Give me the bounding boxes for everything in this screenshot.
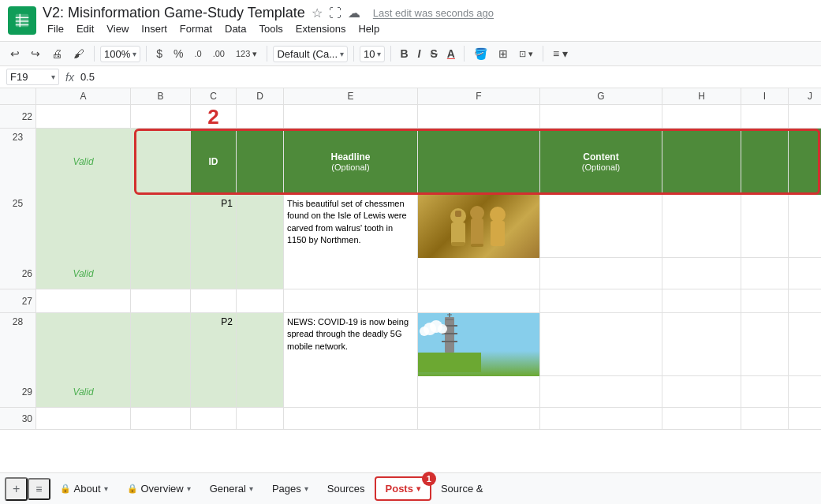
cell-d22[interactable]: 2 (191, 105, 237, 128)
cell-k30[interactable] (789, 408, 821, 429)
paint-format-button[interactable]: 🖌 (69, 45, 88, 62)
cell-i30[interactable] (662, 408, 741, 429)
cell-e22[interactable] (237, 105, 284, 128)
decimal-more-button[interactable]: .00 (209, 47, 229, 61)
cell-f28[interactable]: NEWS: COVID-19 is now being spread throu… (284, 313, 418, 376)
tab-overview[interactable]: 🔒 Overview ▾ (118, 478, 200, 499)
move-icon[interactable]: ⛶ (329, 6, 341, 21)
font-select[interactable]: Default (Ca... ▾ (273, 46, 348, 62)
cell-d28[interactable]: P2 (191, 313, 237, 376)
strikethrough-button[interactable]: S (427, 46, 440, 62)
cell-c30[interactable] (131, 408, 191, 429)
cell-j28[interactable] (741, 313, 789, 376)
tab-posts[interactable]: Posts ▾ 1 (375, 476, 431, 501)
cell-j29[interactable] (741, 376, 789, 407)
cell-g28-image[interactable] (418, 313, 540, 376)
sheet-menu-button[interactable]: ≡ (28, 478, 50, 500)
cell-k28[interactable] (789, 313, 821, 376)
tab-sources[interactable]: Sources (318, 478, 375, 499)
menu-edit[interactable]: Edit (72, 21, 99, 36)
align-button[interactable]: ≡ ▾ (549, 45, 572, 62)
tab-source-p[interactable]: Source & (431, 478, 492, 499)
menu-tools[interactable]: Tools (254, 21, 287, 36)
cell-e23[interactable] (237, 129, 284, 195)
currency-button[interactable]: $ (152, 45, 166, 62)
cell-j23[interactable] (741, 129, 789, 195)
menu-data[interactable]: Data (220, 21, 251, 36)
font-size-select[interactable]: 10 ▾ (360, 46, 385, 62)
borders-button[interactable]: ⊞ (494, 45, 512, 62)
fill-color-button[interactable]: 🪣 (470, 45, 491, 62)
cell-b30[interactable] (36, 408, 131, 429)
menu-format[interactable]: Format (175, 21, 217, 36)
doc-title[interactable]: V2: Misinformation Game-Study Template (43, 5, 305, 21)
cell-reference[interactable]: F19 (10, 71, 50, 83)
cell-d29[interactable] (191, 376, 237, 407)
cell-c29[interactable] (131, 376, 191, 407)
cell-g26[interactable] (418, 258, 540, 289)
cell-e25[interactable] (237, 195, 284, 258)
col-header-j[interactable]: J (789, 88, 821, 104)
cell-d23-header[interactable]: ID (191, 129, 237, 195)
cell-k29[interactable] (789, 376, 821, 407)
cell-i28[interactable] (662, 313, 741, 376)
cell-b26[interactable]: Valid (36, 258, 131, 289)
cell-ref-arrow[interactable]: ▾ (51, 73, 55, 81)
cell-f27[interactable] (284, 289, 418, 312)
col-header-d[interactable]: D (237, 88, 284, 104)
tab-pages[interactable]: Pages ▾ (263, 478, 318, 499)
cell-c23[interactable] (131, 129, 191, 195)
cell-h25[interactable] (540, 195, 662, 258)
cell-e28[interactable] (237, 313, 284, 376)
cloud-icon[interactable]: ☁ (348, 6, 360, 21)
cell-g30[interactable] (418, 408, 540, 429)
cell-c28[interactable] (131, 313, 191, 376)
cell-f26[interactable] (284, 258, 418, 289)
cell-b23-merged[interactable]: Valid (36, 129, 131, 195)
menu-help[interactable]: Help (353, 21, 384, 36)
cell-b29[interactable]: Valid (36, 376, 131, 407)
cell-f29[interactable] (284, 376, 418, 407)
tab-about[interactable]: 🔒 About ▾ (50, 478, 118, 499)
cell-c27[interactable] (131, 289, 191, 312)
cell-b25[interactable] (36, 195, 131, 258)
star-icon[interactable]: ☆ (312, 6, 323, 21)
cell-b28[interactable] (36, 313, 131, 376)
menu-file[interactable]: File (43, 21, 69, 36)
cell-h27[interactable] (540, 289, 662, 312)
cell-j30[interactable] (741, 408, 789, 429)
menu-extensions[interactable]: Extensions (291, 21, 351, 36)
cell-i22[interactable] (662, 105, 741, 128)
col-header-c[interactable]: C (191, 88, 237, 104)
undo-button[interactable]: ↩ (6, 45, 24, 62)
col-header-g[interactable]: G (540, 88, 662, 104)
col-header-i[interactable]: I (741, 88, 789, 104)
cell-b22[interactable] (36, 105, 131, 128)
cell-g23[interactable] (418, 129, 540, 195)
cell-j22[interactable] (741, 105, 789, 128)
font-color-button[interactable]: A (444, 46, 458, 62)
cell-h28[interactable] (540, 313, 662, 376)
cell-h26[interactable] (540, 258, 662, 289)
cell-j27[interactable] (741, 289, 789, 312)
cell-h22[interactable] (540, 105, 662, 128)
cell-j26[interactable] (741, 258, 789, 289)
cell-i23[interactable] (662, 129, 741, 195)
cell-i29[interactable] (662, 376, 741, 407)
redo-button[interactable]: ↪ (27, 45, 44, 62)
cell-g22[interactable] (418, 105, 540, 128)
col-header-h[interactable]: H (662, 88, 741, 104)
cell-j25[interactable] (741, 195, 789, 258)
col-header-e[interactable]: E (284, 88, 418, 104)
formula-input[interactable] (80, 71, 815, 83)
italic-button[interactable]: I (415, 46, 424, 62)
cell-k23[interactable] (789, 129, 821, 195)
col-header-f[interactable]: F (418, 88, 540, 104)
cell-f30[interactable] (284, 408, 418, 429)
cell-f22[interactable] (284, 105, 418, 128)
cell-d26[interactable] (191, 258, 237, 289)
cell-e27[interactable] (237, 289, 284, 312)
menu-view[interactable]: View (102, 21, 133, 36)
zoom-select[interactable]: 100% ▾ (100, 46, 140, 62)
cell-g25-image[interactable] (418, 195, 540, 258)
